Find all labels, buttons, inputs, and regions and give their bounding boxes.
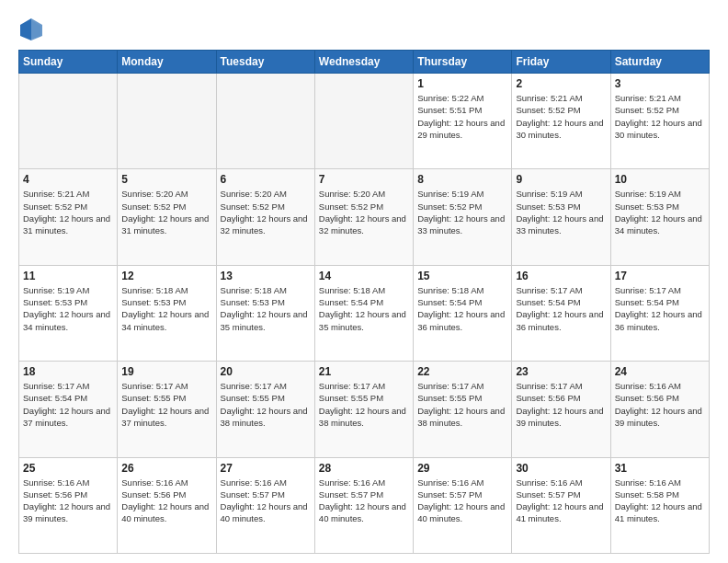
day-cell-3: 3 Sunrise: 5:21 AMSunset: 5:52 PMDayligh… [610, 74, 709, 169]
day-number: 5 [121, 173, 211, 186]
day-number: 26 [121, 462, 211, 475]
page: SundayMondayTuesdayWednesdayThursdayFrid… [0, 0, 728, 563]
day-number: 30 [516, 462, 606, 475]
day-info: Sunrise: 5:20 AMSunset: 5:52 PMDaylight:… [221, 188, 311, 236]
day-cell-25: 25 Sunrise: 5:16 AMSunset: 5:56 PMDaylig… [19, 457, 118, 553]
col-header-friday: Friday [512, 51, 610, 74]
empty-cell [314, 74, 413, 169]
day-number: 6 [221, 173, 311, 186]
day-info: Sunrise: 5:17 AMSunset: 5:55 PMDaylight:… [417, 380, 507, 429]
day-cell-12: 12 Sunrise: 5:18 AMSunset: 5:53 PMDaylig… [118, 265, 216, 361]
day-cell-20: 20 Sunrise: 5:17 AMSunset: 5:55 PMDaylig… [216, 362, 314, 457]
day-number: 7 [319, 173, 409, 186]
day-cell-30: 30 Sunrise: 5:16 AMSunset: 5:57 PMDaylig… [512, 457, 610, 553]
day-info: Sunrise: 5:17 AMSunset: 5:54 PMDaylight:… [516, 284, 606, 333]
day-cell-10: 10 Sunrise: 5:19 AMSunset: 5:53 PMDaylig… [610, 169, 709, 265]
day-cell-22: 22 Sunrise: 5:17 AMSunset: 5:55 PMDaylig… [414, 362, 512, 457]
day-number: 10 [615, 173, 705, 186]
day-number: 23 [516, 365, 606, 378]
day-info: Sunrise: 5:17 AMSunset: 5:55 PMDaylight:… [221, 380, 311, 429]
day-number: 3 [615, 77, 705, 90]
day-info: Sunrise: 5:21 AMSunset: 5:52 PMDaylight:… [615, 92, 705, 141]
day-info: Sunrise: 5:18 AMSunset: 5:53 PMDaylight:… [121, 284, 211, 333]
day-cell-6: 6 Sunrise: 5:20 AMSunset: 5:52 PMDayligh… [216, 169, 314, 265]
day-info: Sunrise: 5:17 AMSunset: 5:56 PMDaylight:… [516, 380, 606, 429]
day-cell-9: 9 Sunrise: 5:19 AMSunset: 5:53 PMDayligh… [512, 169, 610, 265]
col-header-wednesday: Wednesday [314, 51, 413, 74]
empty-cell [118, 74, 216, 169]
week-row-3: 11 Sunrise: 5:19 AMSunset: 5:53 PMDaylig… [19, 265, 710, 361]
day-number: 14 [319, 270, 409, 282]
day-info: Sunrise: 5:16 AMSunset: 5:56 PMDaylight:… [615, 380, 705, 429]
day-info: Sunrise: 5:19 AMSunset: 5:53 PMDaylight:… [615, 188, 705, 236]
day-number: 24 [615, 365, 705, 378]
day-number: 1 [417, 77, 507, 90]
week-row-4: 18 Sunrise: 5:17 AMSunset: 5:54 PMDaylig… [19, 362, 710, 457]
day-info: Sunrise: 5:21 AMSunset: 5:52 PMDaylight:… [23, 188, 113, 236]
col-header-tuesday: Tuesday [216, 51, 314, 74]
day-info: Sunrise: 5:16 AMSunset: 5:56 PMDaylight:… [121, 477, 211, 525]
day-number: 19 [121, 365, 211, 378]
day-cell-1: 1 Sunrise: 5:22 AMSunset: 5:51 PMDayligh… [414, 74, 512, 169]
day-number: 16 [516, 270, 606, 282]
day-info: Sunrise: 5:17 AMSunset: 5:55 PMDaylight:… [319, 380, 409, 429]
day-number: 18 [23, 365, 113, 378]
day-info: Sunrise: 5:17 AMSunset: 5:55 PMDaylight:… [121, 380, 211, 429]
empty-cell [19, 74, 118, 169]
day-number: 25 [23, 462, 113, 475]
calendar-table: SundayMondayTuesdayWednesdayThursdayFrid… [18, 50, 710, 554]
day-info: Sunrise: 5:18 AMSunset: 5:54 PMDaylight:… [319, 284, 409, 333]
col-header-monday: Monday [118, 51, 216, 74]
day-cell-4: 4 Sunrise: 5:21 AMSunset: 5:52 PMDayligh… [19, 169, 118, 265]
day-number: 28 [319, 462, 409, 475]
day-number: 4 [23, 173, 113, 186]
day-number: 9 [516, 173, 606, 186]
day-info: Sunrise: 5:18 AMSunset: 5:53 PMDaylight:… [221, 284, 311, 333]
day-info: Sunrise: 5:16 AMSunset: 5:57 PMDaylight:… [516, 477, 606, 525]
col-header-saturday: Saturday [610, 51, 709, 74]
logo-icon [18, 17, 44, 42]
day-cell-26: 26 Sunrise: 5:16 AMSunset: 5:56 PMDaylig… [118, 457, 216, 553]
svg-marker-1 [31, 18, 42, 40]
day-cell-14: 14 Sunrise: 5:18 AMSunset: 5:54 PMDaylig… [314, 265, 413, 361]
day-cell-16: 16 Sunrise: 5:17 AMSunset: 5:54 PMDaylig… [512, 265, 610, 361]
day-number: 11 [23, 270, 113, 282]
day-info: Sunrise: 5:17 AMSunset: 5:54 PMDaylight:… [615, 284, 705, 333]
empty-cell [216, 74, 314, 169]
day-cell-8: 8 Sunrise: 5:19 AMSunset: 5:52 PMDayligh… [414, 169, 512, 265]
day-number: 22 [417, 365, 507, 378]
day-cell-21: 21 Sunrise: 5:17 AMSunset: 5:55 PMDaylig… [314, 362, 413, 457]
svg-marker-2 [20, 18, 31, 40]
day-info: Sunrise: 5:16 AMSunset: 5:56 PMDaylight:… [23, 477, 113, 525]
day-info: Sunrise: 5:19 AMSunset: 5:52 PMDaylight:… [417, 188, 507, 236]
day-cell-7: 7 Sunrise: 5:20 AMSunset: 5:52 PMDayligh… [314, 169, 413, 265]
day-cell-5: 5 Sunrise: 5:20 AMSunset: 5:52 PMDayligh… [118, 169, 216, 265]
day-number: 31 [615, 462, 705, 475]
day-cell-23: 23 Sunrise: 5:17 AMSunset: 5:56 PMDaylig… [512, 362, 610, 457]
day-info: Sunrise: 5:16 AMSunset: 5:57 PMDaylight:… [417, 477, 507, 525]
day-number: 8 [417, 173, 507, 186]
day-info: Sunrise: 5:20 AMSunset: 5:52 PMDaylight:… [319, 188, 409, 236]
day-number: 12 [121, 270, 211, 282]
day-info: Sunrise: 5:16 AMSunset: 5:58 PMDaylight:… [615, 477, 705, 525]
day-number: 13 [221, 270, 311, 282]
day-cell-24: 24 Sunrise: 5:16 AMSunset: 5:56 PMDaylig… [610, 362, 709, 457]
logo [18, 17, 48, 42]
day-cell-17: 17 Sunrise: 5:17 AMSunset: 5:54 PMDaylig… [610, 265, 709, 361]
day-number: 15 [417, 270, 507, 282]
week-row-2: 4 Sunrise: 5:21 AMSunset: 5:52 PMDayligh… [19, 169, 710, 265]
day-info: Sunrise: 5:18 AMSunset: 5:54 PMDaylight:… [417, 284, 507, 333]
col-header-sunday: Sunday [19, 51, 118, 74]
day-info: Sunrise: 5:16 AMSunset: 5:57 PMDaylight:… [221, 477, 311, 525]
week-row-1: 1 Sunrise: 5:22 AMSunset: 5:51 PMDayligh… [19, 74, 710, 169]
header [18, 17, 710, 42]
day-cell-29: 29 Sunrise: 5:16 AMSunset: 5:57 PMDaylig… [414, 457, 512, 553]
day-info: Sunrise: 5:19 AMSunset: 5:53 PMDaylight:… [23, 284, 113, 333]
day-number: 17 [615, 270, 705, 282]
day-info: Sunrise: 5:22 AMSunset: 5:51 PMDaylight:… [417, 92, 507, 141]
day-info: Sunrise: 5:19 AMSunset: 5:53 PMDaylight:… [516, 188, 606, 236]
day-number: 29 [417, 462, 507, 475]
day-cell-18: 18 Sunrise: 5:17 AMSunset: 5:54 PMDaylig… [19, 362, 118, 457]
week-row-5: 25 Sunrise: 5:16 AMSunset: 5:56 PMDaylig… [19, 457, 710, 553]
day-cell-2: 2 Sunrise: 5:21 AMSunset: 5:52 PMDayligh… [512, 74, 610, 169]
